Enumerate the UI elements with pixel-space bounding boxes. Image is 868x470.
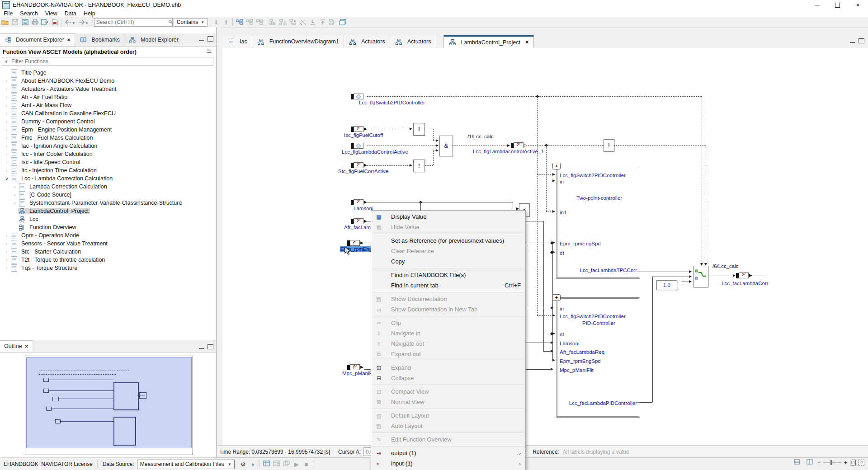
collapse-block-icon[interactable]: + xyxy=(552,163,561,169)
fullscreen-icon[interactable] xyxy=(859,460,864,465)
expand-all-icon[interactable] xyxy=(288,18,298,26)
grid-view-icon[interactable] xyxy=(792,459,802,466)
data-source-dropdown[interactable]: Measurement and Calibration Files ▼ xyxy=(137,460,235,469)
collapse-in-icon[interactable] xyxy=(278,18,288,26)
zoom-slider[interactable] xyxy=(823,462,841,463)
signal-label[interactable]: Lcc_flgLambdacontrolActive_1 xyxy=(473,149,544,154)
signal-label[interactable]: Lcc_flgSwitch2PIDController xyxy=(359,100,425,105)
minimize-panel-icon[interactable] xyxy=(850,38,855,43)
menu-item-copy[interactable]: Copy xyxy=(371,256,525,267)
minimize-button[interactable] xyxy=(807,0,827,10)
tree-item[interactable]: ›Actuators - Actuators Value Treatment xyxy=(0,85,216,93)
tree-item[interactable]: ›Tqs - Torque Structure xyxy=(0,264,216,272)
zoom-in-icon[interactable]: + xyxy=(844,460,847,466)
port-afr-faclambdareq[interactable]: ▶ xyxy=(351,218,367,224)
and-operator[interactable]: & xyxy=(439,136,453,156)
compact-view-icon[interactable] xyxy=(245,18,255,26)
display-values-icon[interactable] xyxy=(262,461,272,468)
chevron-right-icon[interactable]: › xyxy=(12,201,18,206)
signal-label[interactable]: Stc_flgFuelCorrActive xyxy=(338,169,388,174)
tab-actuators-2[interactable]: Actuators xyxy=(390,35,436,48)
normal-view-icon[interactable] xyxy=(255,18,264,26)
back-dropdown-icon[interactable]: ▼ xyxy=(72,21,75,25)
port-mpc-pmanifilt[interactable]: ▶ xyxy=(347,364,363,370)
menu-search[interactable]: Search xyxy=(16,10,42,17)
menu-item-find-in-ehandbook[interactable]: Find in EHANDBOOK File(s) xyxy=(371,270,525,280)
tab-iac[interactable]: Iac xyxy=(222,35,252,48)
chevron-right-icon[interactable]: › xyxy=(4,136,10,141)
tree-item[interactable]: ›Dummy - Component Control xyxy=(0,118,216,126)
port-lcc-faclambdacorr[interactable]: ▶ xyxy=(736,273,752,278)
zoom-out-icon[interactable]: − xyxy=(817,460,821,466)
chevron-right-icon[interactable]: › xyxy=(4,144,10,149)
tab-lambdacontrol-project[interactable]: LambdaControl_Project ✕ xyxy=(443,35,534,48)
menu-item-output[interactable]: ⇥output (1)› xyxy=(371,448,525,458)
new-window-icon[interactable] xyxy=(338,18,348,26)
maximize-panel-icon[interactable] xyxy=(208,344,213,349)
not-operator[interactable]: ! xyxy=(413,123,425,136)
settings-gear-icon[interactable]: ⚙ xyxy=(238,461,248,468)
diagram-canvas[interactable]: Lcc_flgSwitch2PIDController ▶ Isc_flgFue… xyxy=(222,48,868,445)
stop-icon[interactable]: ■ xyxy=(302,461,311,468)
play-icon[interactable]: ▶ xyxy=(292,461,302,468)
open-folder-icon[interactable] xyxy=(0,18,10,26)
search-input[interactable] xyxy=(94,19,168,25)
tree-item-function-overview[interactable]: Function Overview xyxy=(0,223,216,231)
chevron-right-icon[interactable]: › xyxy=(4,258,10,263)
view-menu-icon[interactable]: ☰ xyxy=(207,48,212,54)
port-lcc-flglambdacontrolactive-1[interactable]: ▷ xyxy=(511,142,527,148)
navigate-in-icon[interactable] xyxy=(308,18,318,26)
tree-item[interactable]: ›Isc - Idle Speed Control xyxy=(0,158,216,166)
pid-controller-block[interactable]: in Lcc_flgSwitch2PIDController PID-Contr… xyxy=(556,297,640,418)
menu-help[interactable]: Help xyxy=(80,10,99,17)
tree-item-lcc[interactable]: ∨Lcc - Lambda Correction Calculation xyxy=(0,174,216,183)
tree-item[interactable]: ›Icc - Inter Cooler Calculation xyxy=(0,150,216,158)
tree-item[interactable]: ›Itc - Injection Time Calculation xyxy=(0,166,216,174)
forward-dropdown-icon[interactable]: ▼ xyxy=(85,21,89,25)
outline-thumbnail[interactable] xyxy=(25,356,193,455)
port-epm-rpmengspd[interactable]: ▶ xyxy=(347,240,363,246)
tree-item[interactable]: ›[C-Code Source] xyxy=(0,191,216,199)
not-operator[interactable]: ! xyxy=(604,139,614,152)
tree-item[interactable]: ›Fmc - Fuel Mass Calculation xyxy=(0,134,216,142)
close-tab-icon[interactable]: ✕ xyxy=(25,344,28,349)
close-tab-icon[interactable]: ✕ xyxy=(525,39,529,45)
menu-data[interactable]: Data xyxy=(61,10,80,17)
tree-item[interactable]: Title Page xyxy=(0,69,216,77)
port-lcc-flglambdacontrolactive[interactable] xyxy=(351,143,363,149)
menu-view[interactable]: View xyxy=(42,10,61,17)
close-button[interactable]: ✕ xyxy=(848,0,868,10)
hide-values-icon[interactable] xyxy=(272,461,282,468)
signal-label[interactable]: Lcc_flgLambdaControlActive xyxy=(342,149,408,155)
maximize-button[interactable] xyxy=(827,0,848,10)
chevron-right-icon[interactable]: › xyxy=(4,87,10,92)
fit-to-screen-icon[interactable] xyxy=(850,460,856,465)
tab-functionoverviewdiagram1[interactable]: FunctionOverviewDiagram1 xyxy=(252,35,344,48)
chevron-right-icon[interactable]: › xyxy=(4,103,10,108)
chevron-right-icon[interactable]: › xyxy=(12,184,18,189)
search-mode-dropdown[interactable]: Contains ▼ xyxy=(174,18,208,27)
port-isc-flgfuelcutoff[interactable]: ▶ xyxy=(351,126,367,132)
chevron-right-icon[interactable]: › xyxy=(4,127,10,132)
tree-item[interactable]: ›Sensors - Sensor Value Treatment xyxy=(0,240,216,248)
print-icon[interactable] xyxy=(30,18,40,26)
chevron-right-icon[interactable]: › xyxy=(4,79,10,84)
panel-splitter[interactable] xyxy=(217,27,222,456)
signal-label[interactable]: Lamsoni xyxy=(354,206,373,211)
tab-bookmarks[interactable]: Bookmarks xyxy=(75,33,124,46)
port-lamsoni[interactable]: ▶ xyxy=(351,199,367,205)
chevron-right-icon[interactable]: › xyxy=(4,233,10,238)
tab-outline[interactable]: Outline ✕ xyxy=(0,340,33,352)
expand-out-icon[interactable] xyxy=(268,18,278,26)
clip-icon[interactable] xyxy=(298,18,308,26)
not-operator[interactable]: ! xyxy=(413,160,425,172)
signal-label[interactable]: Isc_flgFuelCutoff xyxy=(344,132,383,138)
menu-item-find-in-current-tab[interactable]: Find in current tabCtrl+F xyxy=(371,280,525,291)
minimize-panel-icon[interactable] xyxy=(199,36,204,41)
save-icon[interactable] xyxy=(10,18,20,26)
tree-item[interactable]: ›T2t - Torque to throttle calculation xyxy=(0,256,216,264)
two-point-controller-block[interactable]: Lcc_flgSwitch2PIDController in Two-point… xyxy=(556,166,640,279)
menu-item-set-as-reference[interactable]: Set as Reference (for previous/next valu… xyxy=(371,235,525,246)
tree-item[interactable]: ›About EHANDBOOK FlexECU Demo xyxy=(0,77,216,85)
chevron-right-icon[interactable]: › xyxy=(4,266,10,271)
